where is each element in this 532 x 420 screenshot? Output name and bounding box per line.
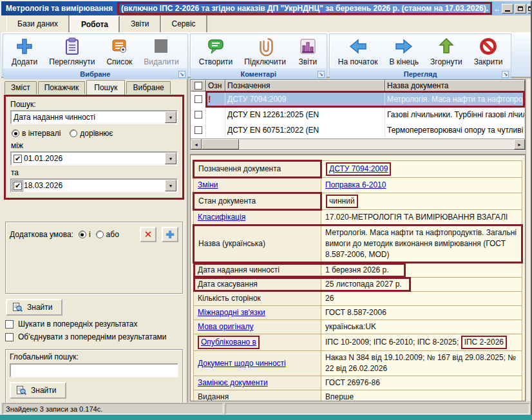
radio-in-interval[interactable]: в інтервалі (12, 129, 61, 138)
radio-or[interactable]: або (96, 230, 119, 239)
designation-link[interactable]: ДСТУ 7094:2009 (329, 164, 388, 173)
scroll-left-icon[interactable]: ◄ (191, 139, 202, 149)
language-value: українська:UK (321, 320, 522, 334)
toolbar-group-comments: Створити Підключити Звіти (190, 33, 327, 76)
scroll-right-icon[interactable]: ► (514, 139, 525, 149)
window-title-suffix: .. (495, 4, 499, 13)
chevron-down-icon[interactable]: ▼ (165, 111, 176, 123)
results-table: Озн Позначення Назва документа ! ДСТУ 70… (190, 79, 526, 150)
validity-doc-value: Наказ N 384 від 19.10.2009; № 167 від 29… (321, 351, 522, 376)
table-row-1[interactable]: ! ДСТУ 7094:2009 Метрологія. Маса нафти … (191, 91, 525, 107)
tab-contents[interactable]: Зміст (5, 81, 37, 94)
go-first-button[interactable]: На початок (332, 35, 384, 67)
detail-label: Стан документа (194, 193, 321, 210)
minimize-button[interactable] (502, 4, 513, 14)
published-in-link[interactable]: Опубліковано в (201, 338, 256, 347)
table-row-3[interactable]: ДСТУ EN 60751:2022 (EN Термоперетворювач… (191, 122, 525, 138)
exclamation-icon: ! (208, 94, 211, 104)
x-icon: ✕ (144, 229, 153, 240)
select-all-checkbox[interactable] (195, 82, 202, 90)
menu-tab-reports[interactable]: Звіти (120, 15, 161, 32)
checkbox-search-previous[interactable]: Шукати в попередніх результатах (5, 320, 183, 329)
table-row-2[interactable]: ДСТУ EN 12261:2025 (EN Газові лічильники… (191, 107, 525, 122)
find-button-label: Знайти (27, 303, 52, 312)
pages-value: 26 (321, 292, 522, 306)
radio-equals[interactable]: дорівнює (70, 129, 113, 138)
changes-link[interactable]: Зміни (198, 180, 218, 189)
toolbar: Додати Переглянути Список (1, 33, 531, 78)
comment-reports-button[interactable]: Звіти (292, 35, 324, 67)
collapse-button[interactable]: Згорнути (424, 35, 468, 67)
date-from-checkbox[interactable]: ✔ (14, 155, 22, 163)
go-last-button[interactable]: В кінець (383, 35, 424, 67)
dialog-launcher-icon[interactable]: ↘ (178, 71, 185, 78)
splitter[interactable] (190, 150, 526, 155)
header-designation[interactable]: Позначення (225, 80, 385, 91)
tab-search[interactable]: Пошук (86, 80, 125, 95)
scrollbar-thumb[interactable] (202, 139, 239, 149)
search-field-label: Пошук: (10, 100, 178, 109)
header-name[interactable]: Назва документа (385, 80, 525, 91)
date-from-combobox[interactable]: ✔ 01.01.2026 ▼ (10, 151, 178, 166)
amendment-link[interactable]: Поправка 6-2010 (325, 180, 386, 189)
checkbox-merge-previous[interactable]: Об'єднувати з попередніми результатами (5, 332, 183, 341)
global-search-input[interactable] (10, 363, 178, 377)
attach-button[interactable]: Підключити (238, 35, 292, 67)
search-criteria-annotated-group: Пошук: Дата надання чинності ▼ в інтерва… (4, 95, 184, 200)
date-to-label: та (11, 168, 177, 177)
find-button[interactable]: Знайти (6, 299, 62, 316)
list-button[interactable]: Список (100, 35, 138, 67)
radio-icon (12, 129, 19, 137)
detail-label: Дата надання чинності (194, 263, 321, 278)
menu-tab-service[interactable]: Сервіс (161, 15, 207, 32)
horizontal-scrollbar[interactable]: ◄ ► (191, 138, 525, 149)
chevron-down-icon[interactable]: ▼ (165, 180, 176, 191)
dialog-launcher-icon[interactable]: ↘ (318, 71, 325, 78)
replaces-value: ГОСТ 26976-86 (321, 376, 522, 390)
global-find-button[interactable]: Знайти (10, 382, 66, 399)
create-comment-button[interactable]: Створити (193, 35, 239, 67)
international-value: ГОСТ 8.587-2006 (321, 306, 522, 320)
go-last-label: В кінець (389, 57, 419, 66)
vertical-scrollbar[interactable] (526, 79, 531, 401)
tab-favorites[interactable]: Вибране (126, 81, 170, 94)
detail-row-published: Опубліковано в ІПС 10-2009; ІПС 6-2010; … (194, 334, 522, 351)
header-mark[interactable]: Озн (206, 80, 225, 91)
list-icon (109, 36, 129, 57)
dialog-launcher-icon[interactable]: ↘ (502, 71, 509, 78)
menu-tab-work[interactable]: Робота (70, 15, 120, 32)
replaces-link[interactable]: Замінює документи (198, 378, 268, 387)
view-button[interactable]: Переглянути (43, 35, 100, 67)
add-condition-button[interactable]: ✚ (162, 227, 178, 242)
arrow-left-icon (348, 36, 368, 57)
menu-tab-databases[interactable]: Бази даних (6, 15, 70, 32)
close-view-button[interactable]: Закрити (468, 35, 509, 67)
maximize-button[interactable] (515, 4, 526, 14)
row-checkbox[interactable] (195, 95, 202, 103)
row-checkbox[interactable] (195, 111, 202, 119)
app-window: Метрологія та вимірювання (включно ІПС 2… (0, 0, 532, 420)
radio-and[interactable]: і (79, 230, 91, 239)
add-button[interactable]: Додати (6, 35, 43, 67)
detail-row-validity-doc: Документ щодо чинності Наказ N 384 від 1… (194, 351, 522, 376)
search-field-combobox[interactable]: Дата надання чинності ▼ (10, 110, 178, 124)
international-links-link[interactable]: Міжнародні зв'язки (198, 308, 265, 317)
remove-condition-button[interactable]: ✕ (140, 227, 157, 242)
language-link[interactable]: Мова оригіналу (198, 322, 253, 331)
row-checkbox[interactable] (195, 126, 202, 134)
classification-link[interactable]: Класифікація (198, 213, 245, 222)
title-bar: Метрологія та вимірювання (включно ІПС 2… (1, 1, 531, 15)
date-to-checkbox[interactable]: ✔ (14, 182, 22, 190)
detail-row-effective-date: Дата надання чинності 1 березня 2026 р. (194, 263, 522, 278)
chevron-down-icon[interactable]: ▼ (165, 153, 176, 164)
delete-button[interactable]: Видалити (138, 35, 184, 67)
search-document-icon (16, 385, 26, 396)
close-button[interactable] (527, 4, 531, 14)
desktop-strip (0, 415, 532, 420)
tab-index[interactable]: Покажчик (38, 81, 86, 94)
date-to-combobox[interactable]: ✔ 18.03.2026 ▼ (10, 178, 178, 193)
toolbar-group-favorites: Додати Переглянути Список (3, 33, 188, 76)
detail-row-status: Стан документа чинний (194, 193, 522, 210)
detail-label: Назва (українська) (194, 225, 321, 263)
validity-doc-link[interactable]: Документ щодо чинності (198, 359, 286, 368)
